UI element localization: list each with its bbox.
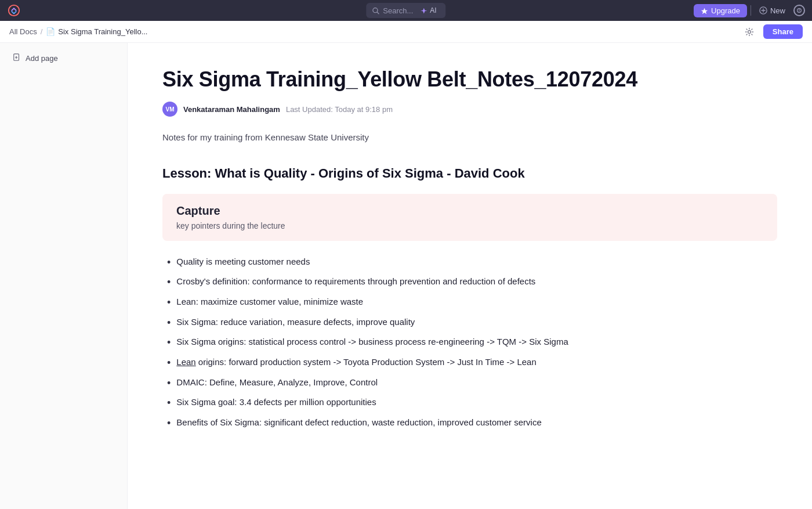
document-meta: VM Venkataraman Mahalingam Last Updated:… bbox=[162, 102, 777, 117]
all-docs-link[interactable]: All Docs bbox=[9, 27, 37, 36]
bullet-list: Quality is meeting customer needsCrosby'… bbox=[162, 255, 777, 432]
content-area: Six Sigma Training_Yellow Belt_Notes_120… bbox=[128, 43, 812, 509]
svg-line-2 bbox=[377, 12, 379, 13]
ai-button[interactable]: AI bbox=[416, 5, 440, 16]
main-layout: Add page Six Sigma Training_Yellow Belt_… bbox=[0, 43, 812, 509]
list-item: Benefits of Six Sigma: significant defec… bbox=[162, 416, 777, 432]
list-item: DMAIC: Define, Measure, Analyze, Improve… bbox=[162, 376, 777, 392]
last-updated-label: Last Updated: Today at 9:18 pm bbox=[286, 105, 393, 114]
svg-marker-3 bbox=[420, 8, 427, 13]
doc-icon: 📄 bbox=[46, 27, 55, 36]
add-page-label: Add page bbox=[26, 54, 58, 63]
topbar: Search... AI Upgrade New bbox=[0, 0, 812, 21]
breadcrumb-right: Share bbox=[741, 24, 803, 40]
share-button[interactable]: Share bbox=[763, 24, 803, 39]
list-item: Lean: maximize customer value, minimize … bbox=[162, 295, 777, 312]
status-icon[interactable] bbox=[793, 5, 805, 16]
breadcrumb-doc-name[interactable]: Six Sigma Training_Yello... bbox=[58, 27, 147, 36]
list-item: Lean origins: forward production system … bbox=[162, 355, 777, 372]
sidebar: Add page bbox=[0, 43, 128, 509]
avatar: VM bbox=[162, 102, 177, 117]
divider bbox=[751, 5, 751, 16]
svg-marker-4 bbox=[701, 8, 708, 14]
list-item: Six Sigma origins: statistical process c… bbox=[162, 335, 777, 352]
add-page-icon bbox=[13, 53, 21, 63]
svg-point-11 bbox=[748, 30, 751, 33]
capture-subtitle: key pointers during the lecture bbox=[176, 221, 763, 230]
capture-block: Capture key pointers during the lecture bbox=[162, 194, 777, 241]
list-item: Quality is meeting customer needs bbox=[162, 255, 777, 272]
svg-point-10 bbox=[799, 11, 799, 12]
document-title: Six Sigma Training_Yellow Belt_Notes_120… bbox=[162, 66, 777, 92]
lean-link[interactable]: Lean bbox=[176, 357, 195, 367]
new-button[interactable]: New bbox=[755, 4, 790, 17]
upgrade-button[interactable]: Upgrade bbox=[694, 4, 747, 17]
document-description: Notes for my training from Kennesaw Stat… bbox=[162, 131, 777, 145]
add-page-item[interactable]: Add page bbox=[3, 50, 124, 67]
capture-title: Capture bbox=[176, 204, 763, 218]
lesson-heading: Lesson: What is Quality - Origins of Six… bbox=[162, 165, 777, 182]
list-item: Six Sigma: reduce variation, measure def… bbox=[162, 315, 777, 332]
list-item: Crosby's definition: conformance to requ… bbox=[162, 275, 777, 291]
topbar-right: Upgrade New bbox=[694, 4, 805, 17]
breadcrumb-current: 📄 Six Sigma Training_Yello... bbox=[46, 27, 147, 36]
search-bar[interactable]: Search... AI bbox=[366, 3, 445, 18]
breadcrumb-separator: / bbox=[41, 27, 43, 36]
breadcrumb-bar: All Docs / 📄 Six Sigma Training_Yello...… bbox=[0, 21, 812, 43]
breadcrumb: All Docs / 📄 Six Sigma Training_Yello... bbox=[9, 27, 147, 36]
app-logo[interactable] bbox=[7, 3, 21, 17]
list-item: Six Sigma goal: 3.4 defects per million … bbox=[162, 395, 777, 412]
search-icon bbox=[372, 7, 379, 15]
author-name: Venkataraman Mahalingam bbox=[183, 105, 280, 114]
search-placeholder: Search... bbox=[383, 6, 413, 15]
settings-icon-button[interactable] bbox=[741, 24, 757, 40]
